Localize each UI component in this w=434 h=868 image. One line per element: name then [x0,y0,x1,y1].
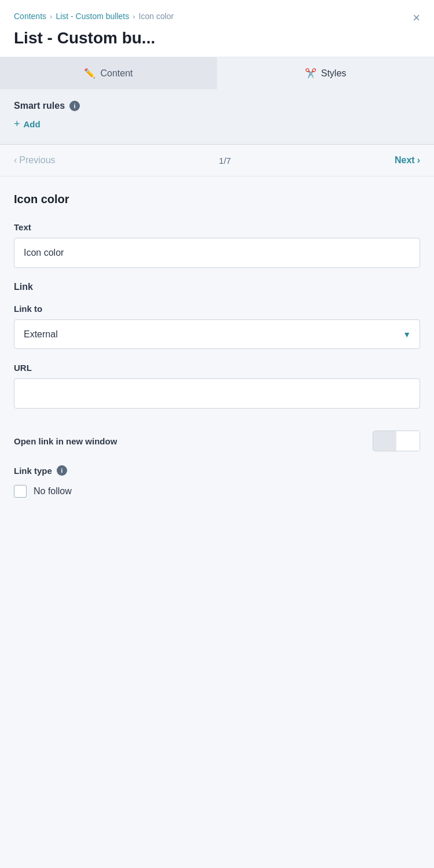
smart-rules-info-icon[interactable]: i [69,101,80,111]
link-to-group: Link to External Internal Email Phone No… [14,304,420,349]
add-smart-rule-button[interactable]: + Add [14,118,41,130]
nofollow-row: No follow [14,485,420,498]
breadcrumb-sep-2: › [133,12,135,21]
link-to-select-wrapper: External Internal Email Phone None ▼ [14,319,420,349]
page-title: List - Custom bu... [14,29,420,47]
url-input[interactable] [14,378,420,409]
nofollow-label: No follow [34,486,72,496]
add-icon: + [14,118,20,130]
nofollow-checkbox[interactable] [14,485,27,498]
url-field-group: URL [14,363,420,409]
tab-content[interactable]: ✏️ Content [0,57,217,89]
chevron-right-icon: › [417,155,420,165]
tab-styles[interactable]: ✂️ Styles [217,57,434,89]
chevron-left-icon: ‹ [14,155,17,165]
text-input[interactable] [14,238,420,268]
link-type-label-text: Link type [14,466,52,476]
breadcrumb: Contents › List - Custom bullets › Icon … [14,12,420,21]
url-label: URL [14,363,420,373]
add-label: Add [24,119,41,129]
next-button[interactable]: Next › [395,155,420,165]
breadcrumb-current: Icon color [139,12,174,21]
breadcrumb-sep-1: › [50,12,52,21]
previous-label: Previous [19,155,55,165]
link-to-select[interactable]: External Internal Email Phone None [14,319,420,349]
breadcrumb-contents[interactable]: Contents [14,12,46,21]
smart-rules-label: Smart rules [14,101,65,111]
section-title: Icon color [14,193,420,206]
link-type-section: Link type i No follow [14,465,420,498]
link-type-info-icon[interactable]: i [57,465,67,476]
link-to-label: Link to [14,304,420,314]
open-new-window-label: Open link in new window [14,436,117,446]
pagination-bar: ‹ Previous 1/7 Next › [0,145,434,176]
smart-rules-section: Smart rules i + Add [0,89,434,145]
main-content: Icon color Text Link Link to External In… [0,176,434,514]
tab-styles-label: Styles [321,68,347,79]
page-counter: 1/7 [219,156,231,165]
next-label: Next [395,155,415,165]
text-field-label: Text [14,222,420,232]
close-button[interactable]: × [413,12,420,24]
toggle-on-option[interactable] [396,431,420,451]
open-new-window-row: Open link in new window [14,422,420,459]
text-field-group: Text [14,222,420,268]
breadcrumb-list[interactable]: List - Custom bullets [56,12,129,21]
previous-button[interactable]: ‹ Previous [14,155,56,165]
toggle-off-option[interactable] [373,431,396,451]
scissors-icon: ✂️ [305,68,317,79]
tab-content-label: Content [100,68,133,79]
link-section-header: Link [14,282,420,292]
tabs-bar: ✏️ Content ✂️ Styles [0,57,434,89]
open-new-window-toggle[interactable] [373,431,420,451]
pencil-icon: ✏️ [84,68,95,79]
